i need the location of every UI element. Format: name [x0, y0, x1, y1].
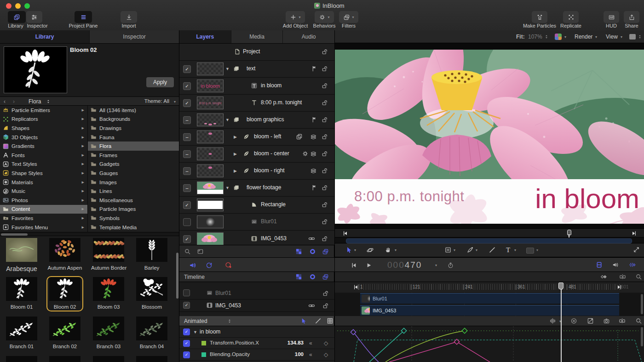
rectangle-tool-icon[interactable]: [444, 246, 452, 254]
lock-icon[interactable]: [321, 99, 328, 106]
sidebar-item-shape-styles[interactable]: Shape Styles ▶: [0, 169, 87, 178]
playhead-handle[interactable]: [558, 283, 564, 289]
library-item-branch-01[interactable]: Branch 01: [4, 317, 39, 349]
library-item-autumn-border[interactable]: Autumn Border: [91, 238, 126, 271]
tab-inspector[interactable]: Inspector: [90, 30, 179, 43]
lock-icon[interactable]: [321, 201, 328, 208]
record-icon[interactable]: [224, 261, 232, 269]
lock-icon[interactable]: [321, 48, 328, 55]
track-checkbox[interactable]: [183, 289, 190, 296]
hand-tool-chevron-icon[interactable]: ▾: [395, 248, 397, 252]
sidebar-item-music[interactable]: Music ▶: [0, 187, 87, 196]
sidebar-item-miscellaneous[interactable]: Miscellaneous: [88, 196, 179, 205]
kf-snap-icon[interactable]: [327, 317, 334, 324]
animated-checkbox[interactable]: ✓: [183, 351, 190, 358]
nav-forward-button[interactable]: ›: [13, 98, 15, 105]
text-tool-icon[interactable]: T: [506, 246, 510, 254]
replicate-button[interactable]: [563, 11, 579, 23]
tab-media[interactable]: Media: [231, 30, 283, 43]
layer-checkbox[interactable]: –: [183, 116, 191, 124]
play-button[interactable]: [365, 262, 372, 269]
library-item-bloom-01[interactable]: Bloom 01: [4, 277, 39, 310]
disclosure-down-icon[interactable]: ▼: [225, 186, 230, 190]
disclosure-right-icon[interactable]: ▶: [234, 169, 237, 173]
layer-checkbox[interactable]: [183, 218, 191, 226]
timecode-field[interactable]: 000470: [387, 260, 422, 270]
tl-behaviors-icon[interactable]: [309, 273, 316, 280]
sidebar-item-particle-images[interactable]: Particle Images: [88, 205, 179, 214]
filters-button[interactable]: ▾: [339, 11, 358, 23]
render-menu[interactable]: Render: [575, 34, 592, 40]
channel-chevron-icon[interactable]: ▾: [564, 35, 566, 39]
stack-icon[interactable]: [310, 167, 317, 174]
sidebar-item-replicators[interactable]: Replicators ▶: [0, 115, 87, 124]
layer-row-flower-footage[interactable]: –▼flower footage: [179, 180, 334, 197]
layer-row-bloom-left[interactable]: –▶bloom - left: [179, 129, 334, 146]
disclosure-right-icon[interactable]: ▶: [234, 135, 237, 139]
audio-mute-icon[interactable]: [189, 261, 196, 269]
tab-layers[interactable]: Layers: [179, 30, 231, 43]
orbit-tool-icon[interactable]: [366, 246, 374, 254]
lock-icon[interactable]: [321, 218, 328, 225]
curve-edit-icon[interactable]: [587, 317, 594, 324]
minimize-window-button[interactable]: [15, 3, 21, 9]
zoom-level-value[interactable]: 107%: [528, 34, 542, 40]
behaviors-button[interactable]: ▾: [315, 11, 334, 23]
disclosure-right-icon[interactable]: ▶: [234, 152, 237, 156]
apply-button[interactable]: Apply: [146, 77, 174, 87]
keyframe-diamond-icon[interactable]: ◇: [324, 340, 328, 346]
sidebar-item-favorites-menu[interactable]: Favorites Menu ▶: [0, 223, 87, 232]
timeline-row-blur01[interactable]: Blur01: [179, 288, 334, 300]
link-icon[interactable]: [308, 302, 315, 309]
animated-checkbox[interactable]: ✓: [183, 340, 190, 347]
kf-select-tool-icon[interactable]: [300, 317, 307, 324]
layer-checkbox[interactable]: ✓: [183, 65, 191, 73]
text-tool-chevron-icon[interactable]: ▾: [514, 248, 516, 252]
tracks-vscrollbar[interactable]: [641, 294, 643, 314]
layer-checkbox[interactable]: ✓: [183, 201, 191, 209]
sidebar-item-text-styles[interactable]: Text Styles ▶: [0, 160, 87, 169]
theme-filter[interactable]: Theme: All: [144, 98, 169, 104]
nav-back-button[interactable]: ‹: [4, 98, 6, 105]
sidebar-item-backgrounds[interactable]: Backgrounds: [88, 115, 179, 124]
zoom-stepper-icon[interactable]: [544, 34, 549, 40]
layout-stepper-icon[interactable]: [638, 34, 642, 40]
sidebar-item-materials[interactable]: Materials ▶: [0, 178, 87, 187]
sidebar-item-favorites[interactable]: Favorites ▶: [0, 214, 87, 223]
lock-icon[interactable]: [322, 290, 329, 297]
select-tool-icon[interactable]: [345, 246, 352, 254]
layer-row-bloom-center[interactable]: –▶bloom - center: [179, 146, 334, 163]
flag-icon[interactable]: [311, 184, 318, 191]
lock-icon[interactable]: [321, 167, 328, 174]
show-filters-icon[interactable]: [322, 248, 329, 255]
snapshot-icon[interactable]: [603, 317, 610, 324]
animated-row-transform-position-x[interactable]: ✓ Transform.Position.X 134.83 « ◇: [179, 338, 334, 349]
mask-tool-icon[interactable]: [526, 248, 534, 254]
library-item-autumn-aspen[interactable]: Autumn Aspen: [47, 238, 82, 271]
library-item-bloom-02[interactable]: Bloom 02: [47, 277, 82, 311]
library-vscrollbar[interactable]: [176, 253, 178, 299]
library-item-hidden[interactable]: [134, 356, 169, 362]
disclosure-down-icon[interactable]: ▼: [225, 67, 230, 71]
bezier-tool-chevron-icon[interactable]: ▾: [476, 248, 477, 252]
loop-playback-icon[interactable]: [205, 261, 213, 269]
layer-row-bloom-right[interactable]: –▶bloom - right: [179, 163, 334, 180]
library-item-bloom-03[interactable]: Bloom 03: [91, 277, 126, 310]
stack-icon[interactable]: [310, 133, 317, 140]
kf-vscrollbar[interactable]: [641, 327, 643, 346]
animated-sort-icon[interactable]: [227, 318, 232, 324]
library-item-branch-04[interactable]: Branch 04: [134, 317, 169, 349]
clip-overview-icon[interactable]: [619, 273, 626, 280]
sidebar-item-drawings[interactable]: Drawings: [88, 124, 179, 133]
sidebar-item-template-media[interactable]: Template Media: [88, 223, 179, 232]
library-item-branch-02[interactable]: Branch 02: [47, 317, 82, 349]
search-icon[interactable]: [184, 248, 191, 255]
expand-canvas-icon[interactable]: [633, 246, 640, 253]
animated-row-in-bloom[interactable]: ✓▼ in bloom: [179, 326, 334, 338]
audio-waveform-icon[interactable]: [549, 317, 556, 324]
show-behaviors-icon[interactable]: [309, 248, 316, 255]
sidebar-item-all-1346-items[interactable]: All (1346 items): [88, 106, 179, 115]
library-toggle-button[interactable]: [8, 11, 26, 23]
sidebar-item-gradients[interactable]: Gradients ▶: [0, 141, 87, 151]
canvas-scroll-region[interactable]: [335, 238, 644, 243]
